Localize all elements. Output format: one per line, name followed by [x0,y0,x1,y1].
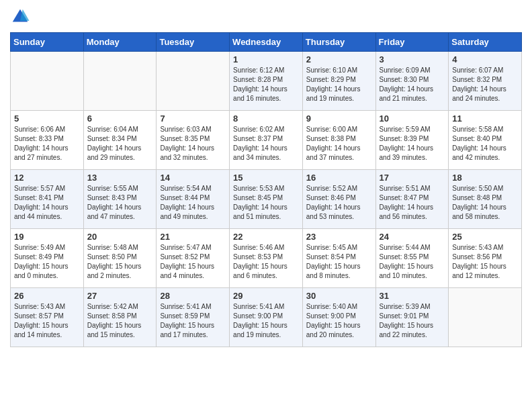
day-number: 2 [306,54,372,64]
calendar-week-row: 26Sunrise: 5:43 AM Sunset: 8:57 PM Dayli… [11,288,522,347]
calendar-cell: 25Sunrise: 5:43 AM Sunset: 8:56 PM Dayli… [449,229,522,288]
col-header-saturday: Saturday [449,33,522,52]
day-info: Sunrise: 5:49 AM Sunset: 8:49 PM Dayligh… [14,243,80,281]
day-info: Sunrise: 5:48 AM Sunset: 8:50 PM Dayligh… [87,243,153,281]
logo-icon [10,7,30,27]
day-number: 4 [452,54,518,64]
day-info: Sunrise: 6:10 AM Sunset: 8:29 PM Dayligh… [306,66,372,103]
col-header-friday: Friday [375,33,449,52]
day-number: 26 [14,291,80,301]
calendar-cell: 4Sunrise: 6:07 AM Sunset: 8:32 PM Daylig… [449,52,522,111]
col-header-sunday: Sunday [11,33,84,52]
day-info: Sunrise: 6:06 AM Sunset: 8:33 PM Dayligh… [14,125,80,163]
day-number: 16 [306,173,372,183]
day-number: 1 [233,54,299,64]
day-number: 20 [87,232,153,242]
calendar-cell: 3Sunrise: 6:09 AM Sunset: 8:30 PM Daylig… [375,52,449,111]
calendar-cell: 28Sunrise: 5:41 AM Sunset: 8:59 PM Dayli… [157,288,230,347]
calendar-cell [11,52,84,111]
calendar-cell: 22Sunrise: 5:46 AM Sunset: 8:53 PM Dayli… [230,229,303,288]
calendar-cell: 6Sunrise: 6:04 AM Sunset: 8:34 PM Daylig… [83,111,157,170]
calendar-cell: 18Sunrise: 5:50 AM Sunset: 8:48 PM Dayli… [449,170,522,229]
day-info: Sunrise: 5:59 AM Sunset: 8:39 PM Dayligh… [380,125,445,163]
day-info: Sunrise: 5:43 AM Sunset: 8:57 PM Dayligh… [14,302,80,340]
day-info: Sunrise: 5:41 AM Sunset: 9:00 PM Dayligh… [233,302,299,340]
col-header-monday: Monday [83,33,157,52]
calendar-cell: 16Sunrise: 5:52 AM Sunset: 8:46 PM Dayli… [302,170,375,229]
day-info: Sunrise: 6:07 AM Sunset: 8:32 PM Dayligh… [452,66,518,103]
calendar-cell: 20Sunrise: 5:48 AM Sunset: 8:50 PM Dayli… [83,229,157,288]
calendar-cell: 5Sunrise: 6:06 AM Sunset: 8:33 PM Daylig… [11,111,84,170]
day-info: Sunrise: 5:58 AM Sunset: 8:40 PM Dayligh… [452,125,518,163]
day-number: 23 [306,232,372,242]
day-number: 24 [380,232,445,242]
calendar-cell: 2Sunrise: 6:10 AM Sunset: 8:29 PM Daylig… [302,52,375,111]
day-number: 18 [452,173,518,183]
day-number: 27 [87,291,153,301]
day-number: 30 [306,291,372,301]
day-info: Sunrise: 5:46 AM Sunset: 8:53 PM Dayligh… [233,243,299,281]
col-header-tuesday: Tuesday [157,33,230,52]
calendar-cell: 9Sunrise: 6:00 AM Sunset: 8:38 PM Daylig… [302,111,375,170]
day-info: Sunrise: 5:43 AM Sunset: 8:56 PM Dayligh… [452,243,518,281]
day-number: 11 [452,113,518,124]
day-number: 5 [14,113,80,124]
day-info: Sunrise: 6:02 AM Sunset: 8:37 PM Dayligh… [233,125,299,163]
calendar-cell: 26Sunrise: 5:43 AM Sunset: 8:57 PM Dayli… [11,288,84,347]
day-info: Sunrise: 5:44 AM Sunset: 8:55 PM Dayligh… [380,243,445,281]
day-info: Sunrise: 5:50 AM Sunset: 8:48 PM Dayligh… [452,184,518,222]
calendar-table: SundayMondayTuesdayWednesdayThursdayFrid… [10,32,522,347]
logo [10,7,33,27]
day-number: 9 [306,113,372,124]
day-info: Sunrise: 5:40 AM Sunset: 9:00 PM Dayligh… [306,302,372,340]
calendar-cell: 17Sunrise: 5:51 AM Sunset: 8:47 PM Dayli… [375,170,449,229]
day-info: Sunrise: 5:41 AM Sunset: 8:59 PM Dayligh… [160,302,226,340]
day-info: Sunrise: 5:47 AM Sunset: 8:52 PM Dayligh… [160,243,226,281]
calendar-cell: 30Sunrise: 5:40 AM Sunset: 9:00 PM Dayli… [302,288,375,347]
calendar-cell: 21Sunrise: 5:47 AM Sunset: 8:52 PM Dayli… [157,229,230,288]
calendar-cell: 7Sunrise: 6:03 AM Sunset: 8:35 PM Daylig… [157,111,230,170]
calendar-week-row: 5Sunrise: 6:06 AM Sunset: 8:33 PM Daylig… [11,111,522,170]
day-number: 17 [380,173,445,183]
calendar-cell [449,288,522,347]
calendar-cell: 19Sunrise: 5:49 AM Sunset: 8:49 PM Dayli… [11,229,84,288]
day-number: 7 [160,113,226,124]
calendar-cell: 1Sunrise: 6:12 AM Sunset: 8:28 PM Daylig… [230,52,303,111]
calendar-header-row: SundayMondayTuesdayWednesdayThursdayFrid… [11,33,522,52]
day-info: Sunrise: 6:12 AM Sunset: 8:28 PM Dayligh… [233,66,299,103]
day-number: 14 [160,173,226,183]
calendar-week-row: 12Sunrise: 5:57 AM Sunset: 8:41 PM Dayli… [11,170,522,229]
calendar-cell: 29Sunrise: 5:41 AM Sunset: 9:00 PM Dayli… [230,288,303,347]
calendar-cell: 8Sunrise: 6:02 AM Sunset: 8:37 PM Daylig… [230,111,303,170]
day-info: Sunrise: 5:55 AM Sunset: 8:43 PM Dayligh… [87,184,153,222]
calendar-cell: 14Sunrise: 5:54 AM Sunset: 8:44 PM Dayli… [157,170,230,229]
calendar-cell: 24Sunrise: 5:44 AM Sunset: 8:55 PM Dayli… [375,229,449,288]
calendar-cell: 11Sunrise: 5:58 AM Sunset: 8:40 PM Dayli… [449,111,522,170]
day-info: Sunrise: 5:45 AM Sunset: 8:54 PM Dayligh… [306,243,372,281]
day-number: 6 [87,113,153,124]
calendar-cell: 31Sunrise: 5:39 AM Sunset: 9:01 PM Dayli… [375,288,449,347]
day-number: 21 [160,232,226,242]
day-number: 10 [380,113,445,124]
day-number: 8 [233,113,299,124]
svg-marker-1 [20,9,30,21]
day-info: Sunrise: 5:39 AM Sunset: 9:01 PM Dayligh… [380,302,445,340]
day-info: Sunrise: 6:03 AM Sunset: 8:35 PM Dayligh… [160,125,226,163]
col-header-wednesday: Wednesday [230,33,303,52]
calendar-cell: 10Sunrise: 5:59 AM Sunset: 8:39 PM Dayli… [375,111,449,170]
day-number: 29 [233,291,299,301]
day-info: Sunrise: 5:52 AM Sunset: 8:46 PM Dayligh… [306,184,372,222]
calendar-cell: 27Sunrise: 5:42 AM Sunset: 8:58 PM Dayli… [83,288,157,347]
calendar-week-row: 1Sunrise: 6:12 AM Sunset: 8:28 PM Daylig… [11,52,522,111]
day-number: 3 [380,54,445,64]
day-number: 12 [14,173,80,183]
calendar-cell: 15Sunrise: 5:53 AM Sunset: 8:45 PM Dayli… [230,170,303,229]
page-header [10,7,522,27]
calendar-cell: 23Sunrise: 5:45 AM Sunset: 8:54 PM Dayli… [302,229,375,288]
day-number: 15 [233,173,299,183]
day-info: Sunrise: 5:51 AM Sunset: 8:47 PM Dayligh… [380,184,445,222]
day-number: 31 [380,291,445,301]
day-info: Sunrise: 5:53 AM Sunset: 8:45 PM Dayligh… [233,184,299,222]
day-number: 19 [14,232,80,242]
day-number: 28 [160,291,226,301]
